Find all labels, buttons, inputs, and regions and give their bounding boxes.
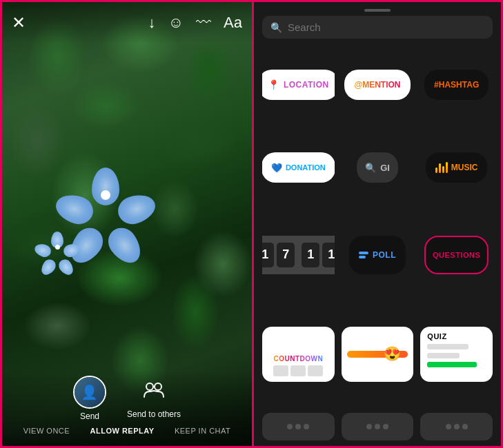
countdown-bar-2 bbox=[290, 365, 306, 376]
music-label: MUSIC bbox=[451, 163, 478, 172]
sticker-hashtag[interactable]: #HASHTAG bbox=[420, 47, 493, 123]
gif-label: GI bbox=[380, 163, 390, 173]
send-button[interactable]: 👤 Send bbox=[73, 376, 106, 421]
dot-3 bbox=[304, 424, 309, 429]
sticker-emoji-slider[interactable]: 😍 bbox=[342, 304, 414, 405]
drag-handle bbox=[364, 9, 391, 12]
story-bottom-bar: 👤 Send Send to others bbox=[2, 370, 252, 446]
sticker-location[interactable]: 📍 LOCATION bbox=[262, 47, 335, 123]
quiz-bar-2 bbox=[427, 353, 460, 358]
search-icon: 🔍 bbox=[270, 22, 282, 33]
emoji-slider-thumb: 😍 bbox=[384, 347, 401, 360]
partial-dots-1 bbox=[287, 424, 309, 429]
emoji-slider-track: 😍 bbox=[347, 351, 408, 358]
send-others-icon bbox=[141, 378, 166, 407]
svg-point-1 bbox=[155, 383, 161, 390]
donation-heart-icon: 💙 bbox=[271, 163, 282, 173]
keep-in-chat-option[interactable]: KEEP IN CHAT bbox=[175, 427, 230, 435]
flower-main bbox=[64, 154, 147, 236]
flower-small-center bbox=[55, 245, 60, 250]
countdown-title: COUNTDOWN bbox=[273, 355, 323, 363]
quiz-bar-1 bbox=[427, 344, 468, 349]
mention-label: @MENTION bbox=[354, 80, 400, 90]
dot-8 bbox=[454, 424, 460, 429]
music-bar-1 bbox=[435, 167, 437, 173]
download-button[interactable]: ↓ bbox=[148, 14, 156, 32]
poll-bars-icon bbox=[359, 252, 368, 258]
countdown-bar-1 bbox=[273, 365, 288, 376]
face-effects-button[interactable]: ☺ bbox=[168, 14, 184, 32]
partial-item-1[interactable] bbox=[262, 413, 335, 440]
timer-digit-2: 7 bbox=[277, 243, 295, 267]
close-button[interactable]: ✕ bbox=[12, 13, 26, 32]
dot-9 bbox=[462, 424, 468, 429]
gif-search-icon: 🔍 bbox=[365, 163, 376, 173]
search-bar[interactable]: 🔍 bbox=[262, 16, 493, 39]
svg-point-0 bbox=[146, 383, 153, 390]
partial-item-3[interactable] bbox=[420, 413, 493, 440]
music-bar-3 bbox=[442, 166, 444, 173]
sticker-music[interactable]: MUSIC bbox=[420, 130, 493, 205]
search-input[interactable] bbox=[288, 21, 484, 33]
sticker-questions[interactable]: QUESTIONS bbox=[420, 213, 493, 297]
partial-item-2[interactable] bbox=[342, 413, 414, 440]
panel-handle bbox=[254, 2, 501, 16]
music-bars-icon bbox=[435, 162, 448, 173]
music-bar-4 bbox=[446, 162, 448, 173]
dot-6 bbox=[383, 424, 388, 429]
view-once-option[interactable]: VIEW ONCE bbox=[23, 427, 70, 435]
quiz-title: QUIZ bbox=[427, 332, 486, 340]
avatar-image: 👤 bbox=[75, 377, 105, 407]
donation-label: DONATION bbox=[286, 163, 326, 172]
allow-replay-option[interactable]: ALLOW REPLAY bbox=[90, 427, 155, 435]
dot-5 bbox=[375, 424, 380, 429]
sticker-grid: 📍 LOCATION @MENTION #HASHTAG 💙 DONATION … bbox=[254, 47, 501, 413]
dot-1 bbox=[287, 424, 293, 429]
hashtag-label: #HASHTAG bbox=[434, 80, 479, 90]
poll-label: POLL bbox=[373, 250, 396, 260]
questions-label: QUESTIONS bbox=[433, 251, 480, 259]
sticker-timer[interactable]: 1 7 1 1 bbox=[262, 213, 335, 297]
partial-bottom-row bbox=[254, 413, 501, 446]
send-to-others-button[interactable]: Send to others bbox=[127, 378, 181, 419]
partial-dots-2 bbox=[366, 424, 388, 429]
flower-center bbox=[101, 190, 110, 200]
timer-digit-3: 1 bbox=[302, 243, 319, 267]
send-actions: 👤 Send Send to others bbox=[2, 370, 252, 424]
send-label: Send bbox=[80, 411, 99, 421]
poll-bar-2 bbox=[359, 256, 366, 258]
sticker-countdown[interactable]: COUNTDOWN bbox=[262, 304, 335, 405]
flower-small bbox=[40, 230, 75, 264]
sticker-picker-panel: 🔍 📍 LOCATION @MENTION #HASHTAG 💙 DON bbox=[254, 0, 503, 448]
location-pin-icon: 📍 bbox=[268, 79, 279, 90]
location-label: LOCATION bbox=[284, 80, 329, 90]
quiz-answer-bar bbox=[427, 362, 477, 367]
dot-4 bbox=[366, 424, 372, 429]
story-editor-left: ✕ ↓ ☺ 〰 Aa 👤 Send bbox=[0, 0, 252, 448]
draw-button[interactable]: 〰 bbox=[196, 14, 211, 32]
countdown-bar-3 bbox=[308, 365, 323, 376]
partial-dots-3 bbox=[446, 424, 468, 429]
sticker-gif[interactable]: 🔍 GI bbox=[342, 130, 414, 205]
timer-digit-4: 1 bbox=[322, 243, 334, 267]
music-bar-2 bbox=[439, 163, 441, 173]
dot-2 bbox=[295, 424, 301, 429]
user-avatar: 👤 bbox=[73, 376, 106, 409]
sticker-quiz[interactable]: QUIZ bbox=[420, 304, 493, 405]
sticker-poll[interactable]: POLL bbox=[342, 213, 414, 297]
text-button[interactable]: Aa bbox=[224, 14, 242, 32]
poll-bar-1 bbox=[359, 252, 368, 254]
send-others-label: Send to others bbox=[127, 409, 181, 419]
dot-7 bbox=[446, 424, 451, 429]
replay-options: VIEW ONCE ALLOW REPLAY KEEP IN CHAT bbox=[2, 424, 252, 438]
timer-digit-1: 1 bbox=[262, 243, 274, 267]
sticker-mention[interactable]: @MENTION bbox=[342, 47, 414, 123]
sticker-donation[interactable]: 💙 DONATION bbox=[262, 130, 335, 205]
story-toolbar: ✕ ↓ ☺ 〰 Aa bbox=[2, 2, 252, 43]
countdown-bars bbox=[273, 365, 323, 376]
story-background: ✕ ↓ ☺ 〰 Aa 👤 Send bbox=[2, 2, 252, 446]
